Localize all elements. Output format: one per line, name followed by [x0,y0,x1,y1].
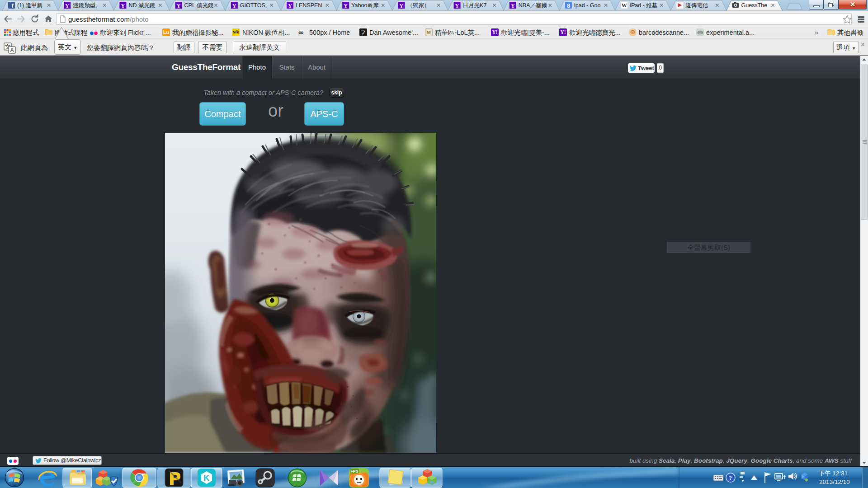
svg-text:✕: ✕ [325,2,330,9]
svg-text:A: A [10,47,14,53]
svg-text:GIOTTOS,: GIOTTOS, [240,2,267,9]
svg-text:（獨家）: （獨家） [407,2,429,9]
svg-text:✕: ✕ [715,2,719,9]
svg-text:✕: ✕ [548,2,552,9]
svg-text:Yahoo奇摩: Yahoo奇摩 [351,2,379,9]
svg-text:✕: ✕ [381,2,385,9]
svg-text:✕: ✕ [771,2,775,9]
svg-text:遠傳電信: 遠傳電信 [685,2,708,9]
svg-text:✕: ✕ [158,2,162,9]
svg-text:Y: Y [232,3,236,9]
svg-text:iPad - 維基: iPad - 維基 [630,2,658,9]
svg-text:✕: ✕ [604,2,608,9]
svg-text:2013/12/10: 2013/12/10 [819,479,850,485]
svg-text:✕: ✕ [269,2,274,9]
svg-text:下午 12:31: 下午 12:31 [819,470,848,477]
svg-text:Y: Y [288,3,292,9]
svg-text:✕: ✕ [659,2,664,9]
svg-text:W: W [622,2,627,9]
svg-text:✕: ✕ [492,2,497,9]
svg-text:(1) 逢甲新: (1) 逢甲新 [17,2,42,9]
svg-text:Y: Y [455,3,459,9]
svg-text:CPL 偏光鏡: CPL 偏光鏡 [184,2,214,9]
svg-text:ND 減光鏡: ND 減光鏡 [128,2,156,9]
svg-text:?: ? [729,474,732,481]
svg-text:日月光K7: 日月光K7 [463,2,487,9]
svg-text:Y: Y [344,3,348,9]
svg-text:f: f [12,2,14,9]
svg-text:LENSPEN: LENSPEN [296,2,322,9]
svg-text:✕: ✕ [214,2,218,9]
svg-text:Y: Y [177,3,181,9]
svg-text:瀘鏡類型,: 瀘鏡類型, [73,2,97,9]
svg-text:ipad - Goo: ipad - Goo [574,2,600,9]
svg-text:K: K [204,474,210,483]
svg-text:✕: ✕ [47,2,51,9]
svg-text:Y: Y [400,3,404,9]
svg-text:Y: Y [511,3,515,9]
svg-text:NBA／塞爾: NBA／塞爾 [519,2,547,9]
svg-text:✕: ✕ [102,2,107,9]
svg-text:Y: Y [121,3,125,9]
svg-text:8: 8 [567,2,570,9]
svg-text:Y: Y [65,3,69,9]
svg-text:✕: ✕ [436,2,441,9]
svg-text:FPS: FPS [350,469,359,474]
svg-text:GuessThe: GuessThe [741,2,768,9]
